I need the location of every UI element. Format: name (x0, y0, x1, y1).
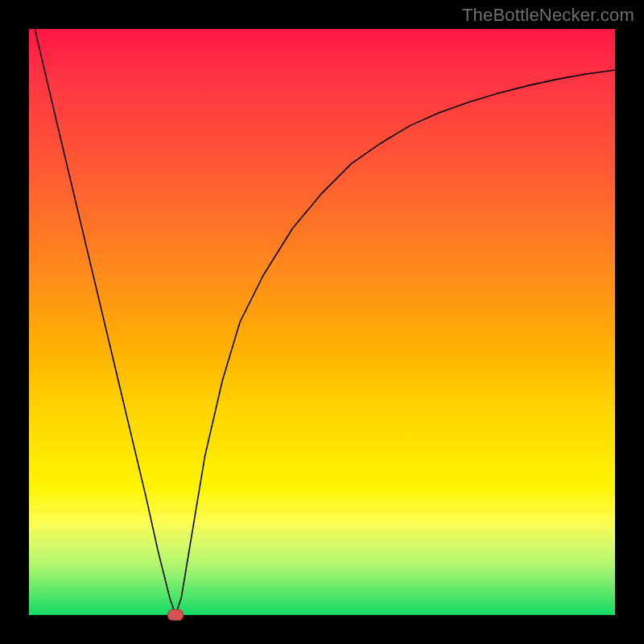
plot-frame: TheBottleNecker.com (0, 0, 644, 644)
watermark-text: TheBottleNecker.com (462, 5, 634, 26)
chart-plot-area (29, 29, 615, 615)
min-marker (167, 609, 184, 621)
curve-svg (29, 29, 615, 615)
bottleneck-curve-path (35, 29, 615, 615)
